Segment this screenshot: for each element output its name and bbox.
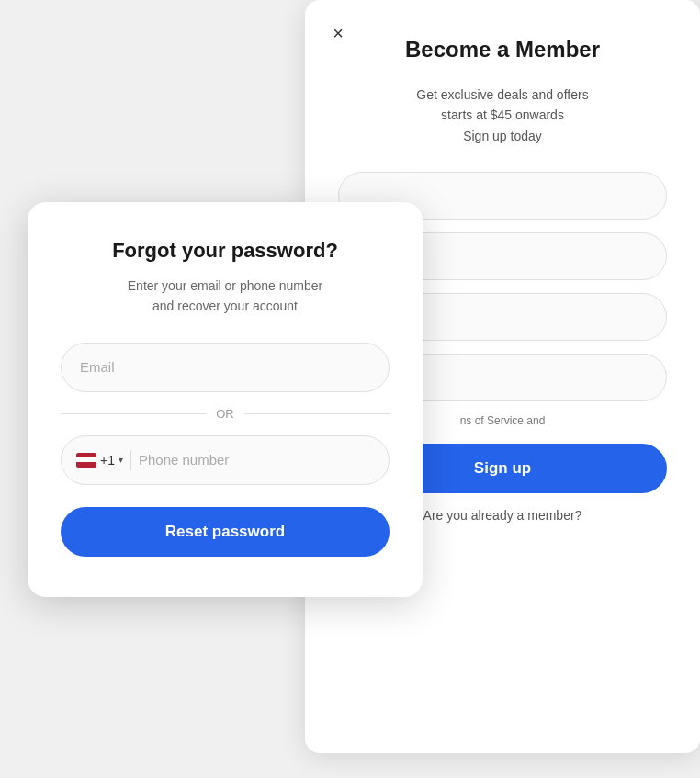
forgot-password-modal: Forgot your password? Enter your email o… [28,202,423,597]
or-label: OR [216,407,234,421]
phone-input-container: +1 ▾ [61,435,390,485]
us-flag-icon [76,453,96,468]
modal-subtitle: Enter your email or phone number and rec… [128,276,322,317]
reset-password-button[interactable]: Reset password [61,507,390,557]
chevron-down-icon: ▾ [119,455,123,465]
country-selector[interactable]: +1 ▾ [76,453,123,468]
email-input[interactable] [61,343,390,392]
modal-overlay: Forgot your password? Enter your email o… [0,0,700,778]
country-code: +1 [100,453,115,468]
phone-number-input[interactable] [139,452,374,468]
modal-title: Forgot your password? [112,239,338,263]
phone-divider [130,450,131,470]
or-line-left [61,413,207,414]
or-line-right [243,413,390,414]
or-divider: OR [61,407,390,421]
